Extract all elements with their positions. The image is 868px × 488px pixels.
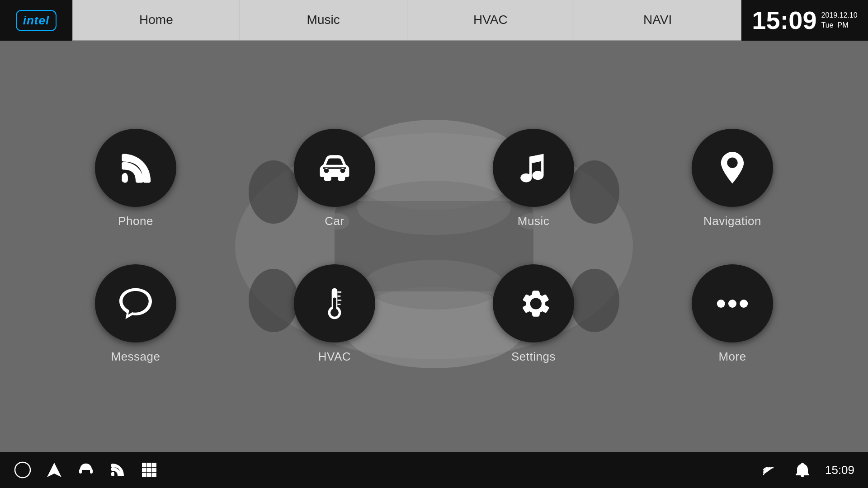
svg-rect-30 [147, 468, 151, 472]
settings-icon [513, 283, 554, 324]
navigation-label: Navigation [703, 214, 761, 228]
app-music[interactable]: Music [484, 129, 583, 228]
tab-music[interactable]: Music [240, 0, 407, 41]
intel-logo: intel [0, 0, 72, 41]
app-grid: Phone Car Music [68, 111, 800, 382]
tab-home[interactable]: Home [72, 0, 240, 41]
hvac-icon [314, 283, 355, 324]
svg-rect-25 [90, 469, 93, 474]
bottom-direction-icon[interactable] [45, 461, 63, 479]
app-navigation[interactable]: Navigation [683, 129, 782, 228]
tab-hvac[interactable]: HVAC [407, 0, 575, 41]
app-settings[interactable]: Settings [484, 264, 583, 364]
bottom-phone-svg [108, 461, 127, 479]
svg-rect-29 [142, 468, 146, 472]
home-circle-icon [14, 461, 32, 479]
svg-point-15 [330, 308, 339, 316]
intel-logo-text: intel [16, 10, 57, 31]
more-icon-circle [692, 264, 773, 343]
svg-rect-19 [337, 304, 340, 305]
svg-rect-16 [337, 291, 341, 293]
car-icon-circle [294, 129, 375, 207]
clock-info: 2019.12.10 Tue PM [821, 10, 858, 31]
phone-icon-circle [95, 129, 176, 207]
bottom-phone-icon[interactable] [108, 461, 127, 479]
top-bar: intel Home Music HVAC NAVI 15:09 2019.12… [0, 0, 868, 41]
svg-rect-17 [337, 296, 340, 297]
navigation-icon-circle [692, 129, 773, 207]
bottom-headphone-icon[interactable] [77, 461, 95, 479]
svg-point-20 [717, 300, 725, 308]
app-phone[interactable]: Phone [86, 129, 185, 228]
settings-label: Settings [511, 350, 556, 364]
navigation-icon [712, 148, 753, 188]
clock-time: 15:09 [752, 8, 816, 33]
clock-day-ampm: Tue PM [821, 20, 858, 30]
message-icon [115, 283, 156, 324]
phone-label: Phone [118, 214, 153, 228]
svg-rect-33 [147, 473, 151, 477]
bell-icon [793, 461, 811, 479]
bottom-bar: 15:09 [0, 452, 868, 488]
bottom-left-icons [14, 461, 158, 479]
direction-icon [45, 461, 63, 479]
hvac-icon-circle [294, 264, 375, 343]
svg-point-22 [740, 300, 748, 308]
clock-date: 2019.12.10 [821, 10, 858, 20]
app-more[interactable]: More [683, 264, 782, 364]
music-icon [513, 148, 554, 188]
svg-rect-28 [152, 463, 156, 467]
svg-rect-18 [337, 300, 341, 301]
more-icon [712, 283, 753, 324]
svg-point-21 [728, 300, 736, 308]
settings-icon-circle [493, 264, 574, 343]
apps-grid-icon [140, 461, 158, 479]
hvac-label: HVAC [318, 350, 351, 364]
app-message[interactable]: Message [86, 264, 185, 364]
more-label: More [718, 350, 746, 364]
svg-rect-34 [152, 473, 156, 477]
app-car[interactable]: Car [285, 129, 384, 228]
bottom-notification-icon[interactable] [793, 461, 811, 479]
tab-navi[interactable]: NAVI [574, 0, 741, 41]
signal-wave-icon [762, 461, 780, 479]
clock-area: 15:09 2019.12.10 Tue PM [741, 0, 868, 41]
music-icon-circle [493, 129, 574, 207]
nav-tabs: Home Music HVAC NAVI [72, 0, 741, 41]
main-content: Phone Car Music [0, 41, 868, 452]
bottom-apps-icon[interactable] [140, 461, 158, 479]
message-icon-circle [95, 264, 176, 343]
svg-rect-31 [152, 468, 156, 472]
message-label: Message [111, 350, 160, 364]
svg-point-23 [15, 462, 30, 478]
bottom-right-icons: 15:09 [762, 461, 854, 479]
headphone-icon [77, 461, 95, 479]
car-label: Car [325, 214, 344, 228]
svg-rect-26 [142, 463, 146, 467]
svg-rect-27 [147, 463, 151, 467]
bottom-signal-icon[interactable] [762, 461, 780, 479]
bottom-home-icon[interactable] [14, 461, 32, 479]
bottom-clock: 15:09 [825, 463, 854, 477]
car-icon [314, 148, 355, 188]
svg-rect-32 [142, 473, 146, 477]
music-label: Music [518, 214, 549, 228]
app-hvac[interactable]: HVAC [285, 264, 384, 364]
svg-rect-24 [79, 469, 82, 474]
phone-icon [115, 148, 156, 188]
